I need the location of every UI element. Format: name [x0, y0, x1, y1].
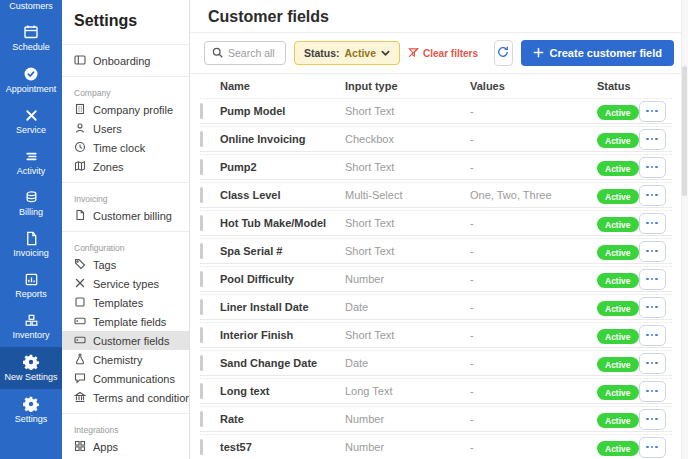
row-values: -	[470, 301, 597, 313]
nav-item-apps[interactable]: Apps	[62, 437, 189, 456]
coins-icon	[24, 190, 39, 205]
nav-item-customer-fields[interactable]: Customer fields	[62, 331, 189, 350]
sidebar-item-inventory[interactable]: Inventory	[0, 306, 62, 347]
document-icon	[74, 209, 86, 223]
nav-item-chemistry[interactable]: Chemistry	[62, 350, 189, 369]
status-filter-label: Status:	[304, 47, 340, 59]
row-actions-button[interactable]	[639, 325, 666, 346]
divider	[62, 231, 189, 232]
row-actions-button[interactable]	[639, 157, 666, 178]
sidebar-item-settings[interactable]: Settings	[0, 389, 62, 431]
nav-item-tags[interactable]: Tags	[62, 255, 189, 274]
row-actions-button[interactable]	[639, 269, 666, 290]
calendar-icon	[23, 24, 39, 40]
refresh-button[interactable]	[494, 40, 512, 66]
status-filter-dropdown[interactable]: Status: Active	[294, 41, 400, 65]
nav-item-label: Service types	[93, 278, 159, 290]
scrollbar[interactable]	[681, 0, 688, 459]
map-icon	[74, 160, 86, 174]
status-badge: Active	[597, 385, 639, 400]
nav-item-customer-billing[interactable]: Customer billing	[62, 206, 189, 225]
row-values: -	[470, 413, 597, 425]
nav-item-company-profile[interactable]: Company profile	[62, 100, 189, 119]
search-input-wrapper	[204, 41, 286, 65]
row-name: Spa Serial #	[220, 245, 345, 257]
table-row: Pump2 Short Text - Active	[200, 154, 672, 180]
scrollbar-thumb[interactable]	[682, 66, 687, 196]
column-header-status: Status	[597, 80, 636, 92]
nav-item-users[interactable]: Users	[62, 119, 189, 138]
nav-item-onboarding[interactable]: Onboarding	[62, 51, 189, 70]
table-body: Pump Model Short Text - Active Online In…	[200, 98, 672, 459]
row-values: -	[470, 245, 597, 257]
sidebar-item-reports[interactable]: Reports	[0, 265, 62, 306]
row-actions-button[interactable]	[639, 353, 666, 374]
nav-item-zones[interactable]: Zones	[62, 157, 189, 176]
ellipsis-icon	[646, 278, 658, 281]
nav-item-communications[interactable]: Communications	[62, 369, 189, 388]
row-name: Class Level	[220, 189, 345, 201]
row-values: -	[470, 329, 597, 341]
row-input-type: Short Text	[345, 217, 470, 229]
refresh-icon	[497, 46, 509, 61]
row-name: Online Invoicing	[220, 133, 345, 145]
clock-icon	[74, 141, 86, 155]
user-icon	[74, 122, 86, 136]
sidebar-item-schedule[interactable]: Schedule	[0, 17, 62, 59]
nav-item-terms-and-conditions[interactable]: Terms and conditions	[62, 388, 189, 407]
settings-nav-title: Settings	[62, 10, 189, 38]
filter-clear-icon	[408, 47, 419, 60]
create-customer-field-button[interactable]: Create customer field	[521, 40, 674, 66]
sidebar-item-appointment[interactable]: Appointment	[0, 59, 62, 101]
table-row: Online Invoicing Checkbox - Active	[200, 126, 672, 152]
sidebar-item-label: Appointment	[6, 85, 57, 94]
main-content: Customer fields Status: Active Clear fil…	[190, 0, 688, 459]
nav-item-time-clock[interactable]: Time clock	[62, 138, 189, 157]
status-badge: Active	[597, 357, 639, 372]
row-input-type: Short Text	[345, 329, 470, 341]
row-actions-button[interactable]	[639, 381, 666, 402]
row-actions-button[interactable]	[639, 101, 666, 122]
sidebar-item-billing[interactable]: Billing	[0, 183, 62, 224]
speech-bubble-icon	[74, 372, 86, 386]
nav-item-label: Users	[93, 123, 122, 135]
row-actions-button[interactable]	[639, 185, 666, 206]
search-input[interactable]	[228, 47, 278, 59]
row-actions-button[interactable]	[639, 129, 666, 150]
sidebar-item-new-settings[interactable]: New Settings	[0, 347, 62, 389]
status-badge: Active	[597, 441, 639, 456]
sidebar-item-invoicing[interactable]: Invoicing	[0, 224, 62, 265]
clear-filters-link[interactable]: Clear filters	[408, 47, 478, 60]
ellipsis-icon	[646, 250, 658, 253]
document-icon	[24, 231, 39, 246]
nav-item-service-types[interactable]: Service types	[62, 274, 189, 293]
page-title: Customer fields	[190, 0, 688, 33]
status-badge: Active	[597, 161, 639, 176]
row-input-type: Short Text	[345, 105, 470, 117]
row-actions-button[interactable]	[639, 409, 666, 430]
status-badge: Active	[597, 329, 639, 344]
nav-item-templates[interactable]: Templates	[62, 293, 189, 312]
square-icon	[74, 296, 86, 310]
building-icon	[74, 103, 86, 117]
ellipsis-icon	[646, 390, 658, 393]
row-actions-button[interactable]	[639, 213, 666, 234]
table-row: Pump Model Short Text - Active	[200, 98, 672, 124]
divider	[62, 413, 189, 414]
apps-grid-icon	[74, 440, 86, 454]
nav-item-template-fields[interactable]: Template fields	[62, 312, 189, 331]
sidebar-item-activity[interactable]: Activity	[0, 142, 62, 183]
row-actions-button[interactable]	[639, 437, 666, 458]
check-circle-icon	[23, 66, 39, 82]
sidebar-item-customers[interactable]: Customers	[0, 0, 62, 17]
table-header: Name Input type Values Status	[200, 74, 672, 98]
row-actions-button[interactable]	[639, 297, 666, 318]
plus-icon	[533, 47, 544, 60]
status-filter-value: Active	[345, 47, 377, 59]
row-actions-button[interactable]	[639, 241, 666, 262]
sidebar-item-service[interactable]: Service	[0, 101, 62, 142]
sidebar-item-label: Schedule	[12, 43, 50, 52]
row-values: -	[470, 161, 597, 173]
boxes-icon	[24, 313, 39, 328]
table-row: Liner Install Date Date - Active	[200, 294, 672, 320]
